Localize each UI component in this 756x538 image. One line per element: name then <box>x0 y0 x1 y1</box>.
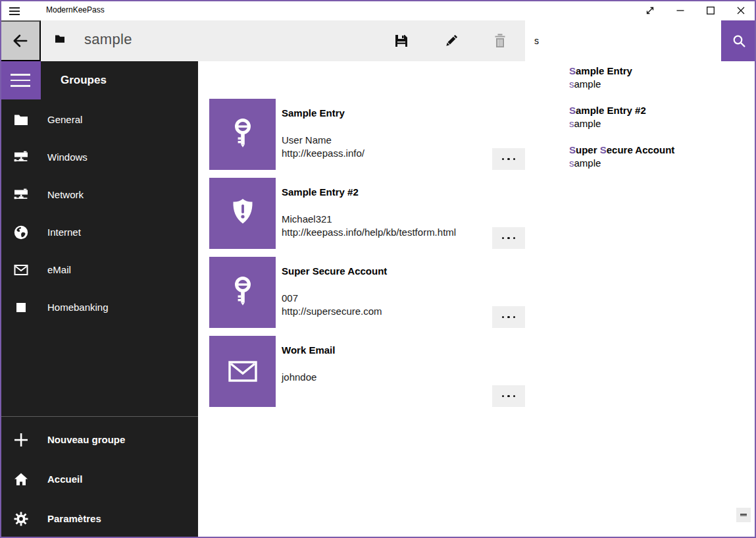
sidebar-item-label: General <box>47 101 82 138</box>
dot <box>507 395 510 398</box>
suggestion-item[interactable]: Super Secure Account sample <box>569 144 740 170</box>
envelope-icon <box>13 262 29 278</box>
suggestion-title: Super Secure Account <box>569 144 740 157</box>
dot <box>513 237 516 240</box>
shield-alert-icon <box>224 195 261 232</box>
sidebar-action-label: Accueil <box>47 461 82 498</box>
semantic-zoom-out-button[interactable] <box>736 508 751 522</box>
search-icon <box>732 34 746 48</box>
minus-icon <box>740 514 747 516</box>
entry-url: http://supersecure.com <box>282 306 382 317</box>
close-button[interactable] <box>726 0 756 20</box>
sidebar-action-new-group[interactable]: Nouveau groupe <box>0 421 198 458</box>
network-drive-icon <box>13 149 29 165</box>
entry-more-button[interactable] <box>492 306 525 328</box>
entry-username: User Name <box>282 134 332 146</box>
sidebar-item-homebanking[interactable]: Homebanking <box>0 289 198 326</box>
edit-button[interactable] <box>435 20 468 61</box>
entry-tile <box>209 178 276 249</box>
window-controls <box>635 0 756 20</box>
command-bar: sample <box>41 20 525 61</box>
sidebar-item-windows[interactable]: Windows <box>0 139 198 176</box>
sidebar-item-label: eMail <box>47 252 71 288</box>
save-button[interactable] <box>385 20 418 61</box>
gear-icon <box>13 511 29 527</box>
home-icon <box>13 471 29 487</box>
entry-title: Work Email <box>282 344 335 356</box>
sidebar-item-general[interactable]: General <box>0 101 198 138</box>
entry-row[interactable]: Work Email johndoe <box>209 336 525 407</box>
suggestion-title: Sample Entry #2 <box>569 104 740 117</box>
expand-icon <box>644 5 656 16</box>
entry-row[interactable]: Sample Entry User Name http://keepass.in… <box>209 99 525 170</box>
groups-heading: Groupes <box>61 61 107 99</box>
sidebar-action-label: Nouveau groupe <box>47 421 125 458</box>
entry-title: Sample Entry <box>282 107 345 119</box>
app-title: ModernKeePass <box>46 0 105 20</box>
sidebar-action-home[interactable]: Accueil <box>0 461 198 498</box>
titlebar: ModernKeePass <box>0 0 756 20</box>
search-input[interactable] <box>525 20 721 61</box>
suggestion-item[interactable]: Sample Entry sample <box>569 65 740 91</box>
maximize-icon <box>707 7 715 14</box>
dot <box>507 237 510 240</box>
sidebar-item-label: Internet <box>47 214 81 251</box>
sidebar-hamburger-button[interactable] <box>0 61 41 99</box>
entry-row[interactable]: Super Secure Account 007 http://supersec… <box>209 257 525 328</box>
sidebar-divider <box>0 416 198 417</box>
titlebar-hamburger-icon[interactable] <box>9 5 22 16</box>
entry-more-button[interactable] <box>492 385 525 407</box>
dot <box>502 158 505 161</box>
dot <box>507 158 510 161</box>
search-button[interactable] <box>721 20 756 61</box>
suggestion-item[interactable]: Sample Entry #2 sample <box>569 104 740 130</box>
entry-more-button[interactable] <box>492 227 525 249</box>
sidebar-item-label: Network <box>47 176 84 213</box>
dot <box>502 395 505 398</box>
back-button[interactable] <box>0 20 41 61</box>
entry-tile <box>209 257 276 328</box>
entry-row[interactable]: Sample Entry #2 Michael321 http://keepas… <box>209 178 525 249</box>
envelope-icon <box>224 353 261 390</box>
dot <box>513 395 516 398</box>
minimize-button[interactable] <box>665 0 695 20</box>
back-arrow-icon <box>12 32 29 49</box>
entry-more-button[interactable] <box>492 148 525 170</box>
sidebar-action-settings[interactable]: Paramètres <box>0 500 198 537</box>
suggestion-subtitle: sample <box>569 157 740 170</box>
suggestion-subtitle: sample <box>569 117 740 130</box>
entry-tile <box>209 99 276 170</box>
sidebar-item-network[interactable]: Network <box>0 176 198 213</box>
plus-icon <box>13 432 29 448</box>
sidebar: Groupes General Windows Network <box>0 61 198 538</box>
sidebar-item-email[interactable]: eMail <box>0 252 198 288</box>
sidebar-item-label: Homebanking <box>47 289 109 326</box>
entry-url: http://keepass.info/help/kb/testform.htm… <box>282 227 456 238</box>
close-icon <box>737 7 745 14</box>
dot <box>502 316 505 319</box>
sidebar-item-internet[interactable]: Internet <box>0 214 198 251</box>
network-drive-icon <box>13 187 29 203</box>
entry-tile <box>209 336 276 407</box>
key-icon <box>224 116 261 153</box>
app-window: ModernKeePass sample <box>0 0 756 538</box>
database-title: sample <box>84 31 132 48</box>
suggestion-subtitle: sample <box>569 78 740 91</box>
suggestion-title: Sample Entry <box>569 65 740 78</box>
entry-title: Super Secure Account <box>282 265 387 277</box>
edit-pencil-icon <box>444 34 459 48</box>
minimize-icon <box>676 7 684 14</box>
globe-icon <box>13 225 29 240</box>
search-suggestions-panel: Sample Entry sample Sample Entry #2 samp… <box>525 61 755 184</box>
entry-title: Sample Entry #2 <box>282 186 359 198</box>
key-icon <box>224 274 261 311</box>
maximize-button[interactable] <box>695 0 726 20</box>
trash-icon <box>493 34 507 48</box>
fullscreen-button[interactable] <box>635 0 665 20</box>
database-folder-icon <box>55 34 65 43</box>
dot <box>502 237 505 240</box>
dot <box>513 316 516 319</box>
delete-button[interactable] <box>484 20 517 61</box>
entry-username: 007 <box>282 292 298 304</box>
sidebar-action-label: Paramètres <box>47 500 101 537</box>
